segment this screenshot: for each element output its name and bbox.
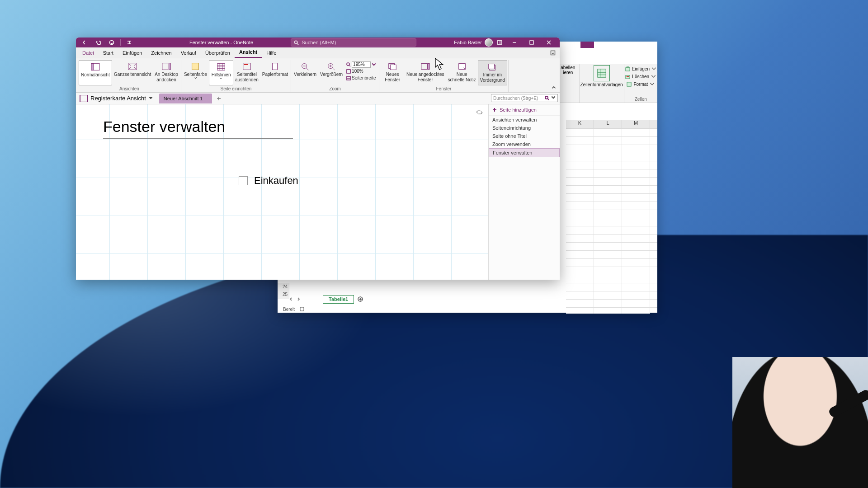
fullpage-view-button[interactable]: Ganzseitenansicht — [112, 60, 153, 85]
page-list-item[interactable]: Zoom verwenden — [489, 140, 560, 148]
menu-help[interactable]: Hilfe — [262, 48, 281, 58]
paper-size-button[interactable]: Papierformat — [260, 60, 290, 85]
menu-history[interactable]: Verlauf — [176, 48, 201, 58]
page-color-button[interactable]: Seitenfarbe — [182, 60, 209, 85]
menu-view[interactable]: Ansicht — [235, 47, 262, 58]
page-search-box[interactable]: Durchsuchen (Strg+E) — [491, 94, 558, 102]
rule-lines-button[interactable]: Hilfslinien — [209, 60, 233, 85]
hide-title-button[interactable]: Seitentitel ausblenden — [233, 60, 260, 85]
window-layout-icon[interactable] — [494, 38, 505, 47]
page-list-item[interactable]: Seite ohne Titel — [489, 132, 560, 140]
dock-desktop-button[interactable]: An Desktop andocken — [153, 60, 180, 85]
excel-cells[interactable] — [566, 128, 657, 314]
maximize-button[interactable] — [524, 38, 540, 47]
notebook-name[interactable]: Registerkarte Ansicht — [90, 95, 146, 102]
sheet-tab[interactable]: Tabelle1 — [323, 295, 354, 304]
svg-point-6 — [110, 41, 114, 45]
excel-insert-button[interactable]: Einfügen — [625, 65, 656, 73]
minimize-button[interactable] — [506, 38, 523, 47]
excel-tables-label-frag: abellen — [561, 65, 575, 70]
onenote-window: Fenster verwalten - OneNote Suchen (Alt+… — [76, 38, 560, 280]
sheet-next-icon[interactable] — [296, 296, 301, 302]
svg-rect-30 — [427, 64, 429, 70]
add-page-button[interactable]: Seite hinzufügen — [489, 104, 560, 116]
zoom-in-button[interactable]: Vergrößern — [318, 60, 344, 85]
add-section-button[interactable] — [214, 94, 224, 103]
menubar: Datei Start Einfügen Zeichnen Verlauf Üb… — [76, 47, 560, 58]
always-on-top-button[interactable]: Immer im Vordergrund — [478, 60, 507, 85]
excel-styles-button[interactable] — [594, 65, 610, 81]
avatar — [485, 38, 493, 47]
sheet-add-button[interactable] — [356, 295, 365, 304]
checkbox[interactable] — [239, 176, 248, 185]
search-scope-dropdown-icon[interactable] — [551, 95, 556, 101]
qat-customize-icon[interactable] — [123, 38, 135, 47]
svg-rect-29 — [421, 64, 427, 70]
page-color-icon — [189, 61, 202, 72]
zoom-input[interactable] — [352, 61, 371, 68]
normal-view-button[interactable]: Normalansicht — [79, 60, 112, 85]
svg-point-24 — [347, 63, 349, 66]
ribbon: Normalansicht Ganzseitenansicht An Deskt… — [76, 58, 560, 93]
notebook-bar: Registerkarte Ansicht Neuer Abschnitt 1 … — [76, 93, 560, 104]
page-list-item[interactable]: Ansichten verwalten — [489, 116, 560, 124]
excel-col-K[interactable]: K — [566, 120, 594, 128]
excel-col-L[interactable]: L — [594, 120, 622, 128]
menu-draw[interactable]: Zeichnen — [146, 48, 176, 58]
page-title[interactable]: Fenster verwalten — [103, 118, 293, 139]
page-canvas[interactable]: Fenster verwalten Einkaufen — [76, 104, 488, 280]
notebook-dropdown-icon[interactable] — [149, 95, 153, 102]
page-list-item[interactable]: Seiteneinrichtung — [489, 124, 560, 132]
menu-start[interactable]: Start — [99, 48, 118, 58]
collapse-ribbon-icon[interactable] — [551, 84, 557, 90]
todo-item[interactable]: Einkaufen — [239, 175, 298, 187]
magnifier-icon — [346, 62, 351, 67]
account-button[interactable]: Fabio Basler — [454, 38, 493, 47]
excel-delete-button[interactable]: Löschen — [625, 73, 656, 80]
search-box[interactable]: Suchen (Alt+M) — [291, 38, 416, 47]
chevron-down-icon[interactable] — [372, 62, 376, 67]
close-button[interactable] — [541, 38, 557, 47]
menu-review[interactable]: Überprüfen — [201, 48, 235, 58]
svg-rect-16 — [162, 63, 168, 70]
svg-rect-0 — [597, 69, 605, 77]
section-tab[interactable]: Neuer Abschnitt 1 — [159, 94, 212, 103]
svg-rect-33 — [489, 64, 495, 69]
fullpage-view-icon — [126, 61, 139, 72]
zoom-out-icon — [299, 61, 311, 72]
menu-file[interactable]: Datei — [78, 48, 99, 58]
hide-title-icon — [241, 61, 253, 72]
svg-point-9 — [295, 41, 297, 43]
paper-size-icon — [269, 61, 281, 72]
ribbon-display-options-icon[interactable] — [549, 49, 557, 57]
emoji-icon[interactable] — [106, 38, 118, 47]
webcam-overlay — [732, 357, 868, 488]
group-label-views: Ansichten — [79, 85, 180, 92]
todo-text[interactable]: Einkaufen — [254, 175, 298, 187]
undo-icon[interactable] — [92, 38, 104, 47]
svg-rect-3 — [627, 82, 631, 86]
zoom-out-button[interactable]: Verkleinern — [292, 60, 318, 85]
new-window-button[interactable]: Neues Fenster — [380, 60, 405, 85]
window-title: Fenster verwalten - OneNote — [189, 40, 253, 45]
excel-row-numbers: 24 25 — [278, 283, 289, 299]
zoom-pagewidth-button[interactable]: Seitenbreite — [346, 75, 376, 81]
menu-insert[interactable]: Einfügen — [118, 48, 146, 58]
new-docked-button[interactable]: Neue angedocktes Fenster — [405, 60, 446, 85]
zoom-percent[interactable] — [346, 61, 376, 68]
svg-point-7 — [111, 42, 111, 42]
expand-page-icon[interactable] — [476, 109, 483, 115]
page-list-item-selected[interactable]: Fenster verwalten — [489, 148, 560, 157]
sheet-prev-icon[interactable] — [288, 296, 294, 302]
group-label-window: Fenster — [380, 85, 507, 92]
pagewidth-icon — [346, 76, 351, 80]
svg-rect-14 — [91, 64, 94, 70]
svg-rect-18 — [192, 63, 199, 70]
back-icon[interactable] — [79, 38, 90, 47]
search-placeholder: Suchen (Alt+M) — [302, 40, 336, 45]
quick-note-button[interactable]: Neue schnelle Notiz — [446, 60, 478, 85]
zoom-100-button[interactable]: 100% — [346, 68, 376, 75]
excel-col-M[interactable]: M — [622, 120, 650, 128]
excel-format-button[interactable]: Format — [627, 80, 655, 88]
excel-ieren-frag: ieren — [563, 70, 573, 75]
